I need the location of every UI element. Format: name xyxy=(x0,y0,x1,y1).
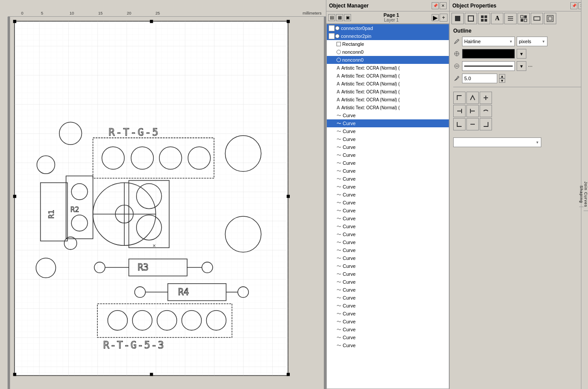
expand-icon[interactable]: + xyxy=(329,25,335,31)
corner-btn-row2 xyxy=(453,105,584,117)
tree-item-curve6[interactable]: 〜Curve xyxy=(327,151,449,159)
tree-item-curve20[interactable]: 〜Curve xyxy=(327,262,449,270)
tree-item-artistic1[interactable]: A Artistic Text: OCRA (Normal) ( xyxy=(327,64,449,72)
outline-style-dropdown[interactable]: Hairline ▼ xyxy=(462,37,515,46)
tree-item-connector0pad[interactable]: + connector0pad xyxy=(327,24,449,32)
join-left-btn[interactable] xyxy=(453,105,466,117)
tree-item-curve8[interactable]: 〜Curve xyxy=(327,167,449,175)
tree-item-curve9[interactable]: 〜Curve xyxy=(327,175,449,183)
svg-rect-59 xyxy=(481,15,484,18)
tree-item-nonconn0b[interactable]: nonconn0 xyxy=(327,56,449,64)
dropdown-arrow-icon: ▼ xyxy=(536,141,539,144)
tree-item-curve29[interactable]: 〜Curve xyxy=(327,333,449,341)
tab-text[interactable]: A xyxy=(491,13,503,24)
outline-unit-value: pixels xyxy=(519,39,531,44)
tree-item-curve10[interactable]: 〜Curve xyxy=(327,183,449,191)
color-picker-btn[interactable]: ▼ xyxy=(517,49,526,59)
canvas-scroll[interactable]: R-T-G-5 R1 R2 xyxy=(8,17,326,389)
svg-text:R2: R2 xyxy=(70,205,79,214)
tree-item-curve11[interactable]: 〜Curve xyxy=(327,191,449,199)
op-tabs: A xyxy=(450,11,588,24)
tree-item-rectangle[interactable]: Rectangle xyxy=(327,40,449,48)
tree-item-curve3[interactable]: 〜Curve xyxy=(327,127,449,135)
tree-item-curve23[interactable]: 〜Curve xyxy=(327,286,449,294)
tree-item-curve2[interactable]: 〜 Curve xyxy=(327,119,449,127)
tree-item-curve21[interactable]: 〜Curve xyxy=(327,270,449,278)
corner-bottommid-btn[interactable] xyxy=(466,118,479,130)
tree-item-connector2pin[interactable]: + connector2pin xyxy=(327,32,449,40)
corner-bottomleft-btn[interactable] xyxy=(453,118,466,130)
tree-item-artistic6[interactable]: A Artistic Text: OCRA (Normal) ( xyxy=(327,104,449,111)
tree-item-curve15[interactable]: 〜Curve xyxy=(327,222,449,230)
om-objects-btn[interactable]: ▦ xyxy=(336,14,343,21)
object-manager-panel: Object Manager 📌 ✕ ▤ ▦ ▣ Page 1 Layer 1 … xyxy=(326,0,449,389)
line-style-btn[interactable]: ▼ xyxy=(517,61,526,71)
tree-item-curve16[interactable]: 〜Curve xyxy=(327,230,449,238)
tree-item-curve17[interactable]: 〜Curve xyxy=(327,238,449,246)
corner-join-btn[interactable] xyxy=(480,92,492,104)
tree-item-artistic4[interactable]: A Artistic Text: OCRA (Normal) ( xyxy=(327,88,449,96)
om-pin-button[interactable]: 📌 xyxy=(432,2,439,9)
tree-item-curve1[interactable]: 〜 Curve xyxy=(327,111,449,119)
expand-icon[interactable]: + xyxy=(329,33,335,39)
tree-label-artistic3: Artistic Text: OCRA (Normal) ( xyxy=(341,82,400,86)
tree-item-curve26[interactable]: 〜Curve xyxy=(327,310,449,318)
tab-rect-outline[interactable] xyxy=(531,13,543,24)
tree-item-curve12[interactable]: 〜Curve xyxy=(327,199,449,207)
ruler-tick-5: 5 xyxy=(41,11,43,15)
spin-up-btn[interactable]: ▲ xyxy=(499,74,505,78)
tree-item-nonconn0a[interactable]: nonconn0 xyxy=(327,48,449,56)
tree-item-curve18[interactable]: 〜Curve xyxy=(327,246,449,254)
tree-item-curve7[interactable]: 〜Curve xyxy=(327,159,449,167)
spin-down-btn[interactable]: ▼ xyxy=(499,78,505,83)
outline-unit-dropdown[interactable]: pixels ▼ xyxy=(517,37,547,46)
tree-item-curve14[interactable]: 〜Curve xyxy=(327,215,449,222)
tree-item-curve5[interactable]: 〜Curve xyxy=(327,143,449,151)
op-pin-button[interactable]: 📌 xyxy=(570,2,577,9)
corner-bottomright-btn[interactable] xyxy=(480,118,492,130)
outline-size-value[interactable]: 5.0 xyxy=(462,74,497,83)
tree-item-curve13[interactable]: 〜Curve xyxy=(327,207,449,215)
tab-rect-scale[interactable] xyxy=(544,13,556,24)
tab-pattern[interactable] xyxy=(478,13,490,24)
tree-item-curve28[interactable]: 〜Curve xyxy=(327,326,449,333)
corner-topleft-btn[interactable] xyxy=(453,92,466,104)
tree-item-curve27[interactable]: 〜Curve xyxy=(327,318,449,326)
om-view-btn[interactable]: ▣ xyxy=(344,14,351,21)
tree-item-curve25[interactable]: 〜Curve xyxy=(327,302,449,310)
om-tree[interactable]: + connector0pad + connector2pin Rectangl… xyxy=(326,24,449,389)
om-add-btn[interactable]: + xyxy=(440,14,447,22)
curve-icon: 〜 xyxy=(337,223,341,230)
outline-color-swatch[interactable] xyxy=(462,49,515,59)
tree-item-artistic3[interactable]: A Artistic Text: OCRA (Normal) ( xyxy=(327,80,449,88)
tree-item-curve4[interactable]: 〜Curve xyxy=(327,135,449,143)
tree-label-artistic6: Artistic Text: OCRA (Normal) ( xyxy=(341,105,400,110)
tree-item-artistic2[interactable]: A Artistic Text: OCRA (Normal) ( xyxy=(327,72,449,80)
tree-item-curve24[interactable]: 〜Curve xyxy=(327,294,449,302)
tab-fill[interactable] xyxy=(451,13,464,24)
more-options-icon[interactable]: ··· xyxy=(528,63,533,69)
svg-rect-5 xyxy=(150,20,153,23)
tree-label-nonconn0b: nonconn0 xyxy=(342,57,363,63)
om-expand-page-btn[interactable]: ▶ xyxy=(432,14,439,21)
tree-item-curve30[interactable]: 〜Curve xyxy=(327,341,449,349)
tree-item-curve22[interactable]: 〜Curve xyxy=(327,278,449,286)
side-tab-join-curves[interactable]: Join Curves xyxy=(584,178,588,211)
ruler-corner xyxy=(0,8,8,17)
line-style-preview[interactable] xyxy=(462,61,515,71)
tree-item-curve19[interactable]: 〜Curve xyxy=(327,254,449,262)
curve-icon: 〜 xyxy=(337,319,341,325)
join-right-btn[interactable] xyxy=(466,105,479,117)
om-layers-btn[interactable]: ▤ xyxy=(328,14,335,21)
curve-icon: 〜 xyxy=(337,279,341,285)
bottom-dropdown[interactable]: ▼ xyxy=(453,137,541,147)
corner-topmid-btn[interactable] xyxy=(466,92,479,104)
tree-item-artistic5[interactable]: A Artistic Text: OCRA (Normal) ( xyxy=(327,96,449,104)
ruler-tick-15: 15 xyxy=(98,11,103,15)
om-close-button[interactable]: ✕ xyxy=(440,2,447,9)
tab-align[interactable] xyxy=(504,13,517,24)
tab-outline[interactable] xyxy=(465,13,477,24)
join-center-btn[interactable] xyxy=(480,105,492,117)
tab-extra[interactable] xyxy=(518,13,530,24)
side-tab-shaping[interactable]: Shaping xyxy=(579,182,584,207)
